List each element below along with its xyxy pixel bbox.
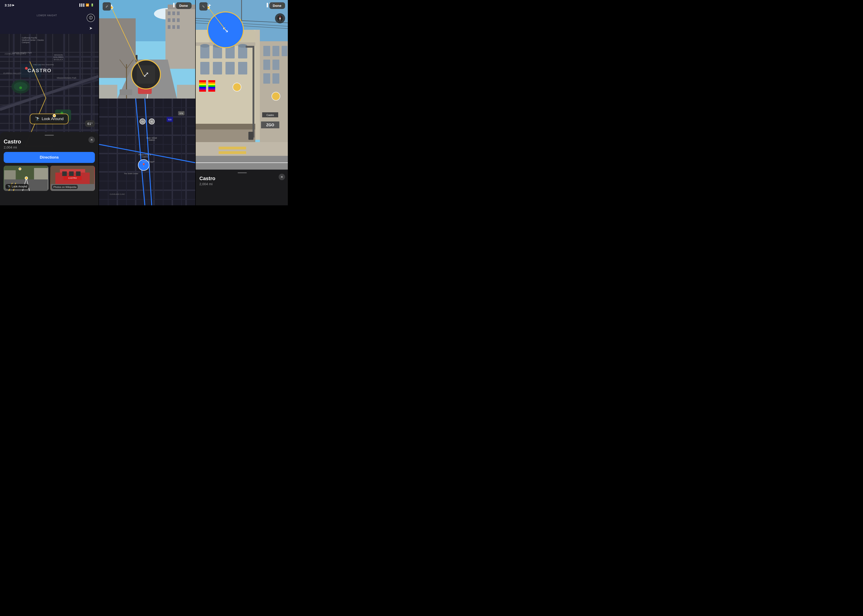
temperature-value: 61° xyxy=(87,122,93,126)
p3-expand-button[interactable]: ⤡ xyxy=(200,2,207,11)
svg-text:📍: 📍 xyxy=(141,163,146,167)
svg-rect-51 xyxy=(76,171,81,176)
ashbury-label: ASHBURY HEIGHTS xyxy=(5,53,26,55)
svg-rect-156 xyxy=(208,87,215,88)
close-icon: ✕ xyxy=(90,138,93,141)
p3-expand-icon-large: ⤡ xyxy=(222,25,229,35)
expand-icon: ⤢ xyxy=(105,5,108,8)
svg-rect-171 xyxy=(196,124,255,129)
svg-text:Castro: Castro xyxy=(267,114,274,116)
expand-icon-zoomed: ⤢ xyxy=(137,65,155,84)
p3-location-panel: Castro 2,004 mi ✕ xyxy=(196,170,288,205)
p3-location-title: Castro xyxy=(200,176,285,181)
svg-rect-175 xyxy=(219,147,246,149)
svg-point-36 xyxy=(19,86,22,89)
svg-text:Golden Nugget: Golden Nugget xyxy=(142,161,155,163)
castro-map-label: CASTRO xyxy=(27,68,52,74)
look-around-map-label: Look Around xyxy=(42,117,63,121)
location-icon: ▶ xyxy=(13,4,14,7)
svg-rect-153 xyxy=(208,82,215,84)
p3-expand-icon: ⤡ xyxy=(202,5,205,8)
svg-rect-161 xyxy=(281,46,288,56)
battery-icon: 🔋 xyxy=(91,3,94,7)
svg-text:Casino: Casino xyxy=(141,156,148,158)
wikipedia-tag: Photos on Wikipedia xyxy=(52,185,78,189)
svg-rect-162 xyxy=(263,60,270,70)
svg-rect-64 xyxy=(168,18,170,22)
look-around-thumb-label: Look Around xyxy=(12,185,27,188)
svg-rect-182 xyxy=(248,132,253,140)
svg-rect-151 xyxy=(199,88,206,90)
done-button[interactable]: Done xyxy=(176,2,192,9)
done-label: Done xyxy=(179,4,188,8)
svg-rect-150 xyxy=(199,87,206,88)
svg-point-184 xyxy=(272,92,280,101)
p3-location-distance: 2,004 mi xyxy=(200,182,285,186)
wiki-label: Photos on Wikipedia xyxy=(53,185,76,189)
panel-lookaround-full: ZGO Castro xyxy=(196,0,288,205)
photo-row: 🔭 Look Around CAST xyxy=(4,166,95,191)
svg-rect-43 xyxy=(34,168,48,179)
svg-rect-164 xyxy=(263,73,270,84)
svg-rect-49 xyxy=(62,171,67,176)
svg-rect-160 xyxy=(272,46,279,56)
svg-rect-67 xyxy=(168,25,170,29)
binoculars-icon: 🔭 xyxy=(35,116,40,121)
svg-point-188 xyxy=(279,18,281,19)
yellow-dot-1 xyxy=(53,114,56,117)
p3-drag-handle xyxy=(237,172,247,173)
svg-rect-154 xyxy=(208,84,215,85)
svg-rect-147 xyxy=(199,82,206,84)
street-map-bottom: 93 95 515 579 📍 Main Street Station Plaz… xyxy=(99,99,195,205)
svg-rect-61 xyxy=(168,11,170,15)
eureka-label: EUREKA VALLEY xyxy=(3,72,22,74)
medical-label: California Pacific Medical Center - Davi… xyxy=(22,37,45,44)
street-photo-2[interactable]: CASTRO Photos on Wikipedia xyxy=(50,166,95,191)
svg-rect-135 xyxy=(213,46,222,58)
svg-rect-176 xyxy=(219,151,246,154)
status-time: 3:10 ▶ xyxy=(5,3,14,7)
svg-text:93: 93 xyxy=(141,121,144,123)
p3-expand-indicator: ⤡ xyxy=(207,11,244,48)
svg-rect-144 xyxy=(225,62,235,74)
svg-rect-142 xyxy=(200,62,209,74)
svg-rect-62 xyxy=(172,11,175,15)
svg-rect-155 xyxy=(208,85,215,87)
street-view-full: ZGO Castro xyxy=(196,0,288,170)
svg-rect-42 xyxy=(4,170,16,179)
drag-handle xyxy=(45,135,54,136)
look-around-map-button[interactable]: 🔭 Look Around xyxy=(30,114,69,124)
svg-rect-172 xyxy=(253,46,255,137)
svg-rect-163 xyxy=(272,60,279,70)
street-view-image: 1:05 ▶ ▐▐▐ 📶 🔋 ⤢ Done ⤢ xyxy=(99,0,195,99)
close-button[interactable]: ✕ xyxy=(88,137,95,143)
castro-theatre-label: THE CASTRO THEATRE xyxy=(33,64,54,66)
expand-button[interactable]: ⤢ xyxy=(103,2,111,11)
svg-text:The Smith Center: The Smith Center xyxy=(124,173,138,174)
p3-close-button[interactable]: ✕ xyxy=(279,174,285,180)
binoculars-small-icon: 🔭 xyxy=(7,185,11,188)
look-around-photo-tag: 🔭 Look Around xyxy=(5,184,29,189)
p3-done-button[interactable]: Done xyxy=(269,2,285,9)
wifi-icon: 📶 xyxy=(86,3,89,7)
lower-haight-label: LOWER HAIGHT xyxy=(37,14,57,17)
p3-done-label: Done xyxy=(273,4,281,8)
yellow-dot-2 xyxy=(25,176,28,180)
svg-text:Station: Station xyxy=(148,139,155,141)
p3-close-icon: ✕ xyxy=(280,175,283,179)
svg-point-183 xyxy=(233,83,241,91)
signal-icon: ▐▐▐ xyxy=(79,3,84,7)
location-button[interactable]: ➤ xyxy=(86,24,95,32)
info-button[interactable]: ⓘ xyxy=(86,14,95,22)
svg-rect-70 xyxy=(99,18,136,78)
temperature-badge: 61° xyxy=(85,120,95,127)
svg-rect-137 xyxy=(238,46,247,58)
svg-rect-134 xyxy=(200,46,209,58)
svg-rect-69 xyxy=(177,25,180,29)
directions-button[interactable]: Directions xyxy=(4,152,95,163)
svg-rect-65 xyxy=(172,18,175,22)
svg-rect-173 xyxy=(246,46,255,48)
svg-rect-145 xyxy=(238,62,247,74)
svg-rect-73 xyxy=(99,85,117,99)
compass[interactable] xyxy=(275,13,285,24)
